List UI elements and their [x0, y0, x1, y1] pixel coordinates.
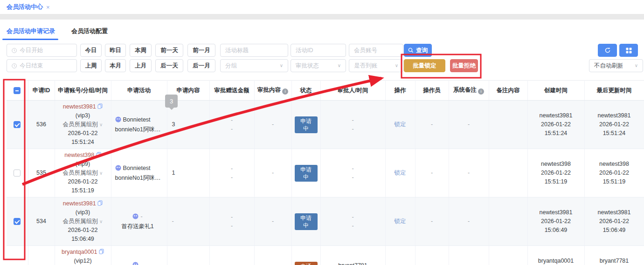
cell-action: - [385, 246, 415, 265]
status-badge: 申请中 [295, 116, 318, 133]
arrival-select[interactable]: 是否到账 ∨ [349, 59, 403, 72]
activity-line1: - [140, 213, 142, 220]
approval-status-select[interactable]: 审批状态 ∨ [291, 59, 346, 72]
cell-action: 锁定 [385, 149, 415, 197]
auto-refresh-select[interactable]: 不自动刷新 ∨ [589, 59, 643, 72]
cell-activity: Bonnietest bonnieNo1阿咪… [111, 101, 167, 149]
copy-icon[interactable] [99, 249, 104, 254]
row-checkbox[interactable] [14, 121, 21, 128]
chevron-down-icon: ∨ [338, 63, 341, 68]
member-account-input[interactable] [349, 44, 403, 57]
cell-account: newtest3981 (vip3) 会员所属组别 ∨ 2026-01-22 1… [55, 101, 111, 149]
search-button[interactable]: 查询 [404, 44, 432, 57]
member-group-dropdown[interactable]: 会员所属组别 ∨ [58, 169, 108, 177]
cell-approve-content: - [254, 149, 291, 197]
column-header-operator: 操作员 [415, 81, 449, 101]
chevron-down-icon: ∨ [635, 63, 638, 68]
select-all-checkbox[interactable] [14, 87, 21, 94]
refresh-icon [604, 47, 611, 54]
cell-activity: - 首存送豪礼1 [111, 246, 167, 265]
column-header-created-time: 创建时间 [527, 81, 584, 101]
member-account-link[interactable]: newtest3981 [63, 200, 96, 207]
cell-status: 申请中 [291, 101, 320, 149]
member-group-dropdown[interactable]: 会员所属组别 ∨ [58, 217, 108, 226]
quick-yesterday-button[interactable]: 昨日 [105, 44, 126, 57]
close-icon[interactable]: × [46, 4, 50, 11]
member-account-link[interactable]: newtest398 [64, 152, 94, 158]
date-start-input[interactable] [7, 44, 77, 57]
lock-action-link[interactable]: 锁定 [395, 218, 406, 224]
cell-updated-time: newtest398 2026-01-22 15:51:19 [584, 149, 644, 197]
quick-next-month-button[interactable]: 后一月 [187, 59, 215, 72]
cell-approved-amount: - - [209, 149, 254, 197]
cell-approver-time: - - [320, 101, 385, 149]
activity-icon [115, 116, 121, 125]
status-badge: 申请中 [295, 165, 318, 182]
window-tab-member-activity-center[interactable]: 会员活动中心 × [7, 3, 50, 11]
refresh-button[interactable] [598, 44, 617, 57]
quick-today-button[interactable]: 今日 [80, 44, 102, 57]
column-header-approver-time: 审批人/时间 [320, 81, 385, 101]
tab-application-records[interactable]: 会员活动申请记录 [7, 27, 55, 40]
batch-reject-button[interactable]: 批量拒绝 [450, 59, 478, 72]
cell-system-remark: 添加备注 [449, 246, 489, 265]
quick-last-month-button[interactable]: 上月 [130, 59, 152, 72]
add-remark-link[interactable]: - [468, 170, 470, 176]
cell-updated-time: newtest3981 2026-01-22 15:06:49 [584, 197, 644, 246]
lock-action-link[interactable]: 锁定 [395, 170, 406, 176]
table-body: 536 newtest3981 (vip3) 会员所属组别 ∨ 2026-01-… [7, 101, 644, 265]
vip-level: (vip3) [76, 112, 90, 119]
cell-activity-inner: - 首存送豪礼1 [115, 261, 164, 265]
column-header-select [7, 81, 28, 101]
activity-line1: Bonnietest [123, 165, 151, 171]
date-end-input[interactable] [7, 59, 77, 72]
member-group-dropdown[interactable]: 会员所属组别 ∨ [58, 120, 108, 129]
activity-title-input[interactable] [220, 44, 288, 57]
layout-grid-button[interactable] [619, 44, 638, 57]
cell-account: bryantqa0001 (vip12) 会员所属组别 ∨ 2026-01-14… [55, 246, 111, 265]
cell-action: 锁定 [385, 101, 415, 149]
info-icon[interactable]: i [478, 88, 484, 95]
table-row: 536 newtest3981 (vip3) 会员所属组别 ∨ 2026-01-… [7, 101, 644, 149]
member-account-link[interactable]: bryantqa0001 [62, 249, 97, 255]
group-select[interactable]: 分组 ∨ [220, 59, 288, 72]
quick-this-week-button[interactable]: 本周 [130, 44, 152, 57]
activity-id-input[interactable] [291, 44, 346, 57]
cell-approved-amount: - - [209, 197, 254, 246]
tab-activity-config[interactable]: 会员活动配置 [71, 27, 108, 40]
quick-prev-day-button[interactable]: 前一天 [155, 44, 183, 57]
add-remark-link[interactable]: - [468, 121, 470, 128]
page-tabs: 会员活动申请记录 会员活动配置 [7, 27, 108, 40]
info-icon[interactable]: i [282, 88, 288, 95]
cell-request-content: ergegeegergegr [167, 246, 209, 265]
cell-status: 申请中 [291, 149, 320, 197]
batch-lock-button[interactable]: 批量锁定 [404, 59, 445, 72]
copy-icon[interactable] [97, 200, 103, 206]
quick-this-month-button[interactable]: 本月 [105, 59, 126, 72]
quick-last-week-button[interactable]: 上周 [80, 59, 102, 72]
chevron-down-icon: ∨ [280, 63, 283, 68]
copy-icon[interactable] [96, 152, 101, 157]
column-header-status: 状态 [291, 81, 320, 101]
column-header-approved-amount: 审批赠送金额 [209, 81, 254, 101]
cell-apply-id: 533 [28, 246, 55, 265]
activity-line2: bonnieNo1阿咪… [115, 174, 164, 183]
status-badge: 申请中 [295, 213, 318, 230]
copy-icon[interactable] [97, 103, 103, 109]
activity-line2: 首存送豪礼1 [115, 222, 160, 231]
member-account-link[interactable]: newtest3981 [63, 103, 96, 110]
row-checkbox[interactable] [14, 170, 21, 177]
chevron-down-icon: ∨ [99, 170, 103, 176]
cell-created-time: newtest398 2026-01-22 15:51:19 [527, 149, 584, 197]
activity-icon [132, 262, 138, 265]
add-remark-link[interactable]: - [468, 218, 470, 224]
cell-activity-inner: Bonnietest bonnieNo1阿咪… [115, 164, 164, 183]
row-checkbox[interactable] [14, 218, 21, 225]
quick-prev-month-button[interactable]: 前一月 [187, 44, 215, 57]
quick-next-day-button[interactable]: 后一天 [155, 59, 183, 72]
cell-account: newtest398 (vip9) 会员所属组别 ∨ 2026-01-22 15… [55, 149, 111, 197]
lock-action-link[interactable]: 锁定 [395, 121, 406, 128]
cell-approved-amount: - - [209, 101, 254, 149]
cell-request-content: - [167, 197, 209, 246]
activity-icon [132, 213, 138, 222]
